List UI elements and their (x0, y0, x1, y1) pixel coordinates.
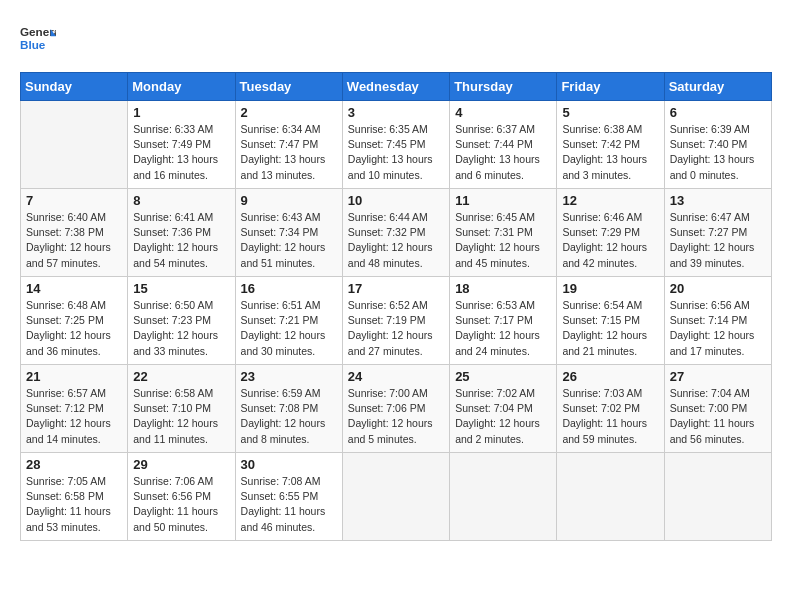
logo-icon: General Blue (20, 20, 56, 56)
day-info: Sunrise: 6:48 AM Sunset: 7:25 PM Dayligh… (26, 298, 122, 359)
day-info: Sunrise: 6:35 AM Sunset: 7:45 PM Dayligh… (348, 122, 444, 183)
calendar-cell: 22Sunrise: 6:58 AM Sunset: 7:10 PM Dayli… (128, 365, 235, 453)
day-number: 3 (348, 105, 444, 120)
day-info: Sunrise: 6:39 AM Sunset: 7:40 PM Dayligh… (670, 122, 766, 183)
calendar-cell: 7Sunrise: 6:40 AM Sunset: 7:38 PM Daylig… (21, 189, 128, 277)
day-info: Sunrise: 6:37 AM Sunset: 7:44 PM Dayligh… (455, 122, 551, 183)
week-row-5: 28Sunrise: 7:05 AM Sunset: 6:58 PM Dayli… (21, 453, 772, 541)
day-info: Sunrise: 6:54 AM Sunset: 7:15 PM Dayligh… (562, 298, 658, 359)
calendar-cell: 8Sunrise: 6:41 AM Sunset: 7:36 PM Daylig… (128, 189, 235, 277)
day-info: Sunrise: 6:44 AM Sunset: 7:32 PM Dayligh… (348, 210, 444, 271)
day-number: 2 (241, 105, 337, 120)
day-number: 1 (133, 105, 229, 120)
day-info: Sunrise: 6:52 AM Sunset: 7:19 PM Dayligh… (348, 298, 444, 359)
day-number: 26 (562, 369, 658, 384)
calendar-cell: 13Sunrise: 6:47 AM Sunset: 7:27 PM Dayli… (664, 189, 771, 277)
day-number: 11 (455, 193, 551, 208)
calendar-cell: 17Sunrise: 6:52 AM Sunset: 7:19 PM Dayli… (342, 277, 449, 365)
calendar-cell: 4Sunrise: 6:37 AM Sunset: 7:44 PM Daylig… (450, 101, 557, 189)
week-row-1: 1Sunrise: 6:33 AM Sunset: 7:49 PM Daylig… (21, 101, 772, 189)
day-number: 28 (26, 457, 122, 472)
day-info: Sunrise: 6:34 AM Sunset: 7:47 PM Dayligh… (241, 122, 337, 183)
day-number: 29 (133, 457, 229, 472)
header-cell-friday: Friday (557, 73, 664, 101)
day-number: 30 (241, 457, 337, 472)
header-cell-sunday: Sunday (21, 73, 128, 101)
calendar-cell: 20Sunrise: 6:56 AM Sunset: 7:14 PM Dayli… (664, 277, 771, 365)
day-number: 9 (241, 193, 337, 208)
calendar-cell: 5Sunrise: 6:38 AM Sunset: 7:42 PM Daylig… (557, 101, 664, 189)
day-number: 22 (133, 369, 229, 384)
calendar-body: 1Sunrise: 6:33 AM Sunset: 7:49 PM Daylig… (21, 101, 772, 541)
day-info: Sunrise: 6:58 AM Sunset: 7:10 PM Dayligh… (133, 386, 229, 447)
day-number: 20 (670, 281, 766, 296)
day-number: 13 (670, 193, 766, 208)
week-row-3: 14Sunrise: 6:48 AM Sunset: 7:25 PM Dayli… (21, 277, 772, 365)
calendar-cell: 18Sunrise: 6:53 AM Sunset: 7:17 PM Dayli… (450, 277, 557, 365)
calendar-cell: 26Sunrise: 7:03 AM Sunset: 7:02 PM Dayli… (557, 365, 664, 453)
day-info: Sunrise: 6:50 AM Sunset: 7:23 PM Dayligh… (133, 298, 229, 359)
day-info: Sunrise: 6:46 AM Sunset: 7:29 PM Dayligh… (562, 210, 658, 271)
week-row-4: 21Sunrise: 6:57 AM Sunset: 7:12 PM Dayli… (21, 365, 772, 453)
day-number: 23 (241, 369, 337, 384)
day-info: Sunrise: 6:41 AM Sunset: 7:36 PM Dayligh… (133, 210, 229, 271)
calendar-cell: 1Sunrise: 6:33 AM Sunset: 7:49 PM Daylig… (128, 101, 235, 189)
day-info: Sunrise: 7:00 AM Sunset: 7:06 PM Dayligh… (348, 386, 444, 447)
day-info: Sunrise: 6:45 AM Sunset: 7:31 PM Dayligh… (455, 210, 551, 271)
calendar-cell: 6Sunrise: 6:39 AM Sunset: 7:40 PM Daylig… (664, 101, 771, 189)
day-number: 15 (133, 281, 229, 296)
day-info: Sunrise: 7:02 AM Sunset: 7:04 PM Dayligh… (455, 386, 551, 447)
day-info: Sunrise: 6:47 AM Sunset: 7:27 PM Dayligh… (670, 210, 766, 271)
logo: General Blue (20, 20, 60, 56)
day-info: Sunrise: 6:43 AM Sunset: 7:34 PM Dayligh… (241, 210, 337, 271)
day-number: 7 (26, 193, 122, 208)
calendar-cell: 9Sunrise: 6:43 AM Sunset: 7:34 PM Daylig… (235, 189, 342, 277)
header-row: SundayMondayTuesdayWednesdayThursdayFrid… (21, 73, 772, 101)
calendar-cell: 10Sunrise: 6:44 AM Sunset: 7:32 PM Dayli… (342, 189, 449, 277)
day-number: 8 (133, 193, 229, 208)
day-number: 18 (455, 281, 551, 296)
calendar-cell: 23Sunrise: 6:59 AM Sunset: 7:08 PM Dayli… (235, 365, 342, 453)
day-number: 25 (455, 369, 551, 384)
day-number: 5 (562, 105, 658, 120)
day-number: 27 (670, 369, 766, 384)
day-number: 14 (26, 281, 122, 296)
calendar-cell (450, 453, 557, 541)
day-number: 4 (455, 105, 551, 120)
calendar-cell (557, 453, 664, 541)
calendar-cell: 2Sunrise: 6:34 AM Sunset: 7:47 PM Daylig… (235, 101, 342, 189)
day-number: 17 (348, 281, 444, 296)
calendar-cell: 28Sunrise: 7:05 AM Sunset: 6:58 PM Dayli… (21, 453, 128, 541)
day-info: Sunrise: 7:08 AM Sunset: 6:55 PM Dayligh… (241, 474, 337, 535)
calendar-cell (21, 101, 128, 189)
day-info: Sunrise: 7:06 AM Sunset: 6:56 PM Dayligh… (133, 474, 229, 535)
day-number: 6 (670, 105, 766, 120)
day-info: Sunrise: 6:53 AM Sunset: 7:17 PM Dayligh… (455, 298, 551, 359)
calendar-cell: 3Sunrise: 6:35 AM Sunset: 7:45 PM Daylig… (342, 101, 449, 189)
day-info: Sunrise: 7:05 AM Sunset: 6:58 PM Dayligh… (26, 474, 122, 535)
calendar-cell: 12Sunrise: 6:46 AM Sunset: 7:29 PM Dayli… (557, 189, 664, 277)
header-cell-tuesday: Tuesday (235, 73, 342, 101)
calendar-cell: 16Sunrise: 6:51 AM Sunset: 7:21 PM Dayli… (235, 277, 342, 365)
calendar-cell: 30Sunrise: 7:08 AM Sunset: 6:55 PM Dayli… (235, 453, 342, 541)
calendar-cell (664, 453, 771, 541)
day-info: Sunrise: 6:59 AM Sunset: 7:08 PM Dayligh… (241, 386, 337, 447)
calendar-cell: 11Sunrise: 6:45 AM Sunset: 7:31 PM Dayli… (450, 189, 557, 277)
header-cell-thursday: Thursday (450, 73, 557, 101)
day-number: 21 (26, 369, 122, 384)
calendar-cell: 24Sunrise: 7:00 AM Sunset: 7:06 PM Dayli… (342, 365, 449, 453)
header-cell-wednesday: Wednesday (342, 73, 449, 101)
header-cell-saturday: Saturday (664, 73, 771, 101)
calendar-cell: 29Sunrise: 7:06 AM Sunset: 6:56 PM Dayli… (128, 453, 235, 541)
day-info: Sunrise: 6:57 AM Sunset: 7:12 PM Dayligh… (26, 386, 122, 447)
day-number: 10 (348, 193, 444, 208)
header-cell-monday: Monday (128, 73, 235, 101)
calendar-cell: 15Sunrise: 6:50 AM Sunset: 7:23 PM Dayli… (128, 277, 235, 365)
day-number: 12 (562, 193, 658, 208)
day-info: Sunrise: 6:51 AM Sunset: 7:21 PM Dayligh… (241, 298, 337, 359)
calendar-cell: 27Sunrise: 7:04 AM Sunset: 7:00 PM Dayli… (664, 365, 771, 453)
day-info: Sunrise: 7:03 AM Sunset: 7:02 PM Dayligh… (562, 386, 658, 447)
svg-text:Blue: Blue (20, 38, 46, 51)
day-number: 16 (241, 281, 337, 296)
calendar-cell: 21Sunrise: 6:57 AM Sunset: 7:12 PM Dayli… (21, 365, 128, 453)
